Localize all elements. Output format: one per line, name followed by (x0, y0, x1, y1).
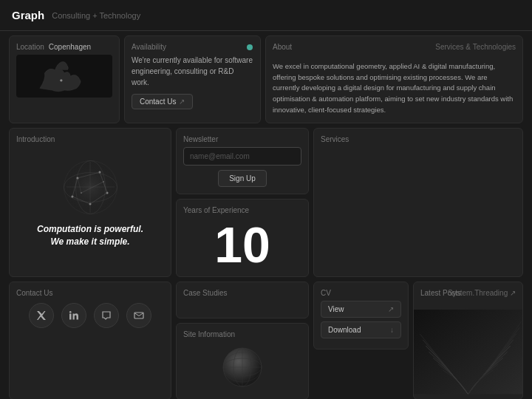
external-link-icon: ↗ (388, 305, 394, 313)
about-card: About Services & Technologies We excel i… (265, 35, 523, 123)
middle-col: Newsletter Sign Up Years of Experience 1… (176, 128, 309, 277)
sphere-svg (220, 345, 265, 389)
services-title: Services (321, 135, 516, 143)
case-studies-card: Case Studies (176, 282, 309, 318)
case-studies-title: Case Studies (183, 289, 301, 297)
site-information-card: Site Information (176, 323, 309, 399)
site-info-title: Site Information (183, 330, 235, 338)
latest-posts-link[interactable]: System.Threading ↗ (448, 289, 516, 297)
location-city: Copenhagen (49, 43, 91, 51)
location-map (16, 55, 112, 98)
location-label: Location (16, 43, 44, 51)
signup-button[interactable]: Sign Up (218, 170, 267, 187)
years-number: 10 (214, 219, 270, 270)
availability-text: We're currently available for software e… (132, 55, 253, 88)
about-text: We excel in computational geometry, appl… (273, 61, 516, 116)
sphere-visual (220, 345, 265, 389)
availability-indicator (247, 44, 253, 50)
feather-svg (414, 305, 522, 398)
location-card: Location Copenhagen (9, 35, 120, 123)
cv-download-button[interactable]: Download ↓ (321, 321, 401, 338)
top-bar: Graph Consulting + Technology (0, 0, 532, 31)
twitter-button[interactable] (29, 303, 54, 328)
services-card: Services (313, 128, 523, 277)
map-svg (16, 55, 112, 98)
years-card: Years of Experience 10 (176, 199, 309, 277)
row-1: Location Copenhagen Availability We're c… (9, 35, 523, 123)
cv-title: CV (321, 289, 401, 297)
intro-tagline: Computation is powerful.We make it simpl… (37, 223, 143, 248)
contact-us-title: Contact Us (16, 289, 164, 297)
brand-name: Graph (12, 9, 44, 21)
email-icon (134, 310, 144, 321)
linkedin-button[interactable] (61, 303, 86, 328)
email-button[interactable] (126, 303, 151, 328)
svg-point-2 (62, 160, 118, 216)
contact-us-card: Contact Us (9, 282, 171, 399)
availability-card: Availability We're currently available f… (124, 35, 261, 123)
right-bottom-col: CV View ↗ Download ↓ (313, 282, 409, 399)
social-icons-group (16, 303, 164, 328)
latest-posts-card: Latest Posts System.Threading ↗ (413, 282, 523, 399)
cv-card: CV View ↗ Download ↓ (313, 282, 409, 349)
newsletter-card: Newsletter Sign Up (176, 128, 309, 194)
row-3: Contact Us Case Studies (9, 282, 523, 399)
cv-view-button[interactable]: View ↗ (321, 301, 401, 318)
availability-title: Availability (132, 43, 253, 51)
svg-rect-32 (414, 310, 522, 394)
globe-visual (59, 156, 122, 219)
svg-point-1 (60, 79, 62, 81)
introduction-card: Introduction (9, 128, 171, 277)
newsletter-input[interactable] (183, 147, 301, 166)
contact-us-button[interactable]: Contact Us ↗ (132, 94, 193, 109)
main-content: Location Copenhagen Availability We're c… (0, 31, 532, 399)
linkedin-icon (69, 310, 79, 321)
chat-button[interactable] (94, 303, 119, 328)
chat-icon (101, 310, 112, 321)
latest-posts-visual (414, 305, 522, 398)
mid-bottom-col: Case Studies Site Information (176, 282, 309, 399)
download-icon: ↓ (390, 326, 394, 334)
intro-title: Introduction (16, 135, 55, 143)
brand-subtitle: Consulting + Technology (52, 11, 140, 20)
years-title: Years of Experience (183, 206, 249, 214)
x-icon (36, 310, 47, 321)
row-2: Introduction (9, 128, 523, 277)
svg-point-24 (69, 311, 72, 313)
arrow-icon: ↗ (179, 98, 185, 106)
svg-rect-23 (69, 313, 72, 319)
about-tab-right[interactable]: Services & Technologies (435, 43, 516, 51)
globe-svg (59, 156, 122, 219)
right-col: Services (313, 128, 523, 277)
newsletter-title: Newsletter (183, 135, 301, 143)
